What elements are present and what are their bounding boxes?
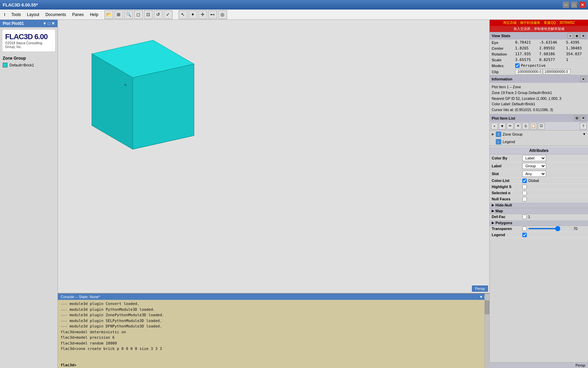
highlight-checkbox[interactable]: [522, 185, 527, 189]
pil-legend-label: Legend: [503, 140, 586, 144]
def-fac-checkbox[interactable]: [522, 215, 527, 219]
eye-x: 0.78421: [513, 40, 537, 45]
stats-row-scale: Scale 3.65575 8.82577 1: [490, 57, 588, 63]
transparency-row: 70: [522, 227, 577, 231]
console-line-6: flac3d>model deterministic on: [61, 329, 487, 335]
persp-button[interactable]: Persp: [472, 286, 488, 292]
toolbar-pin-btn[interactable]: ✦: [189, 10, 197, 19]
center-label: Center: [490, 45, 513, 51]
attr-selected-value: [522, 191, 586, 195]
pil-copy-btn[interactable]: ⎘: [522, 123, 529, 129]
scale-z: 1: [564, 57, 588, 63]
plot-panel-header: Plot Plot01 ▼ □ ✕: [0, 20, 58, 27]
menu-item-layout[interactable]: Layout: [24, 11, 42, 18]
toolbar-rotate-btn[interactable]: ↺: [154, 10, 163, 19]
plot-item-list-title: Plot Item List ⊟ ✕: [490, 114, 588, 122]
viewport[interactable]: ↖ Persp: [58, 20, 489, 293]
menu-item-help[interactable]: Help: [87, 11, 101, 18]
pil-add-btn[interactable]: +: [491, 123, 498, 129]
console-input[interactable]: [78, 363, 487, 367]
eye-y: -5.63146: [537, 40, 564, 45]
polygons-label: Polygons: [495, 221, 512, 225]
modes-value: Perspective: [513, 63, 588, 68]
attr-row-transparency: Transparen 70: [490, 226, 588, 232]
attr-color-by-label: Color By: [492, 156, 522, 160]
pil-copy-icon[interactable]: ⊟: [574, 116, 579, 121]
polygons-arrow: ▶: [492, 221, 494, 225]
selected-checkbox[interactable]: [522, 191, 527, 195]
hide-null-arrow: ▶: [492, 203, 494, 207]
info-close-icon[interactable]: ✕: [581, 76, 586, 82]
pil-zone-arrow: ▼: [583, 132, 586, 136]
titlebar: FLAC3D 6.00.55* ─ □ ✕: [0, 0, 588, 10]
menu-item-tools[interactable]: Tools: [9, 11, 23, 18]
pil-check-btn[interactable]: ☑: [538, 123, 545, 129]
toolbar-grid-btn[interactable]: ⊞: [114, 10, 123, 19]
pil-paste-btn[interactable]: 📋: [530, 123, 537, 129]
pil-item-zone-group[interactable]: ▶ Z Zone Group ▼: [490, 131, 588, 138]
main-layout: Plot Plot01 ▼ □ ✕ FLAC3D 6.00 ©2018 Itas…: [0, 20, 588, 368]
polygons-header[interactable]: ▶ Polygons: [490, 220, 588, 226]
maximize-button[interactable]: □: [571, 2, 577, 8]
minimize-button[interactable]: ─: [563, 2, 569, 8]
info-line4: Color Label: Default=Brick1: [492, 101, 586, 107]
pil-zone-icon: Z: [496, 132, 501, 137]
console-line-4: --- module3d plugin SELPythonModule3D lo…: [61, 318, 487, 324]
menu-item-documents[interactable]: Documents: [43, 11, 69, 18]
perspective-checkbox[interactable]: [515, 63, 520, 68]
legend-checkbox[interactable]: [522, 233, 527, 237]
stats-row-modes: Modes Perspective: [490, 63, 588, 68]
console-title: Console -- State: None*: [61, 295, 100, 299]
attr-row-label: Label Group: [490, 162, 588, 170]
clip-max-input[interactable]: [543, 69, 570, 74]
toolbar-check-btn[interactable]: ✓: [164, 10, 173, 19]
information-label: Information: [492, 77, 512, 81]
toolbar-circle-btn[interactable]: ◎: [218, 10, 227, 19]
pil-item-legend[interactable]: L Legend: [490, 138, 588, 145]
clip-inputs: [515, 69, 586, 74]
slot-select[interactable]: Any: [522, 171, 546, 177]
transparency-slider[interactable]: [528, 228, 572, 229]
menu-item-t[interactable]: t: [1, 11, 8, 18]
clip-min-input[interactable]: [515, 69, 542, 74]
console-dropdown-btn[interactable]: ▼: [479, 295, 483, 299]
toolbar-move-btn[interactable]: ✛: [198, 10, 207, 19]
persp-label: Persp: [475, 287, 485, 291]
attr-label-label: Label: [492, 164, 522, 168]
toolbar-cursor-btn[interactable]: ↖: [179, 10, 187, 19]
toolbar-arrow-btn[interactable]: ◻: [134, 10, 143, 19]
toolbar-zoom-btn[interactable]: 🔍: [124, 10, 133, 19]
attr-row-color-list: Color-List Global: [490, 178, 588, 184]
viewport-console-wrapper: ↖ Persp Console -- State: None* ▼ □ --- …: [58, 20, 489, 368]
view-stats-copy-icon[interactable]: ⊕: [574, 33, 579, 39]
toolbar-lock-btn[interactable]: ⊡: [144, 10, 153, 19]
label-select[interactable]: Group: [522, 163, 546, 169]
pil-delete-btn[interactable]: ✕: [514, 123, 521, 129]
color-list-checkbox[interactable]: [522, 179, 527, 183]
null-faces-checkbox[interactable]: [522, 197, 527, 201]
logo-sub: ©2018 Itasca Consulting Group, Inc.: [5, 41, 52, 49]
attr-null-faces-value: [522, 197, 586, 201]
view-stats-close-icon[interactable]: ✕: [581, 33, 586, 39]
pil-close-icon[interactable]: ✕: [581, 116, 586, 121]
map-header[interactable]: ▶ Map: [490, 208, 588, 214]
menu-item-panes[interactable]: Panes: [69, 11, 86, 18]
pil-help-btn[interactable]: ?: [580, 123, 587, 129]
pil-edit-btn[interactable]: ✏: [507, 123, 513, 129]
toolbar-link-btn[interactable]: ⊷: [208, 10, 217, 19]
transparency-val: 70: [573, 227, 577, 231]
view-stats-add-icon[interactable]: +: [568, 33, 573, 39]
attr-legend-value: [522, 233, 586, 237]
modes-label: Modes: [490, 63, 513, 68]
pil-dropdown-btn[interactable]: ▼: [499, 123, 506, 129]
clip-value: [513, 68, 588, 75]
hide-null-header[interactable]: ▶ Hide-Null: [490, 202, 588, 208]
zone-group-label: Zone Group: [0, 54, 58, 62]
close-button[interactable]: ✕: [579, 2, 585, 8]
color-by-select[interactable]: Label: [522, 155, 546, 161]
transparency-checkbox[interactable]: [522, 227, 527, 231]
toolbar-open-btn[interactable]: 📂: [104, 10, 113, 19]
attr-null-faces-label: Null Faces: [492, 197, 522, 201]
console-scrollbar[interactable]: [485, 294, 489, 368]
attr-row-highlight: Highlight S: [490, 184, 588, 190]
